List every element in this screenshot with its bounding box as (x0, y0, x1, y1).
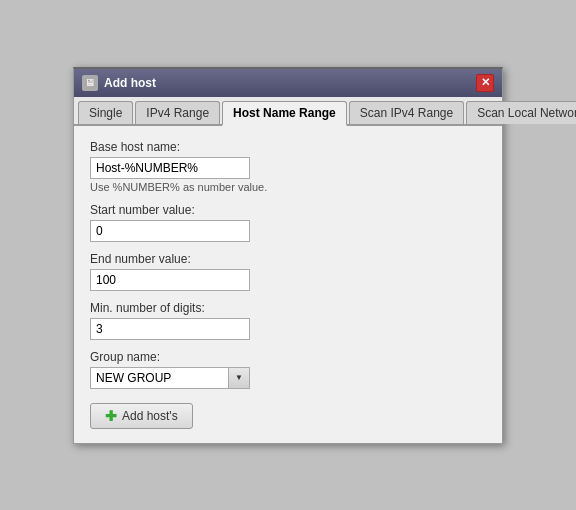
base-host-name-input[interactable] (90, 157, 250, 179)
min-digits-label: Min. number of digits: (90, 301, 486, 315)
group-name-label: Group name: (90, 350, 486, 364)
end-number-group: End number value: (90, 252, 486, 291)
add-hosts-label: Add host's (122, 409, 178, 423)
tab-single[interactable]: Single (78, 101, 133, 124)
tab-host-name-range[interactable]: Host Name Range (222, 101, 347, 126)
group-name-dropdown-wrapper: ▼ (90, 367, 250, 389)
tab-bar: Single IPv4 Range Host Name Range Scan I… (74, 97, 502, 126)
add-hosts-button[interactable]: ✚ Add host's (90, 403, 193, 429)
end-number-input[interactable] (90, 269, 250, 291)
base-host-name-label: Base host name: (90, 140, 486, 154)
base-host-name-group: Base host name: Use %NUMBER% as number v… (90, 140, 486, 193)
end-number-label: End number value: (90, 252, 486, 266)
tab-scan-local-network[interactable]: Scan Local Network (466, 101, 576, 124)
min-digits-group: Min. number of digits: (90, 301, 486, 340)
window-icon: 🖥 (82, 75, 98, 91)
base-host-name-hint: Use %NUMBER% as number value. (90, 181, 486, 193)
tab-scan-ipv4-range[interactable]: Scan IPv4 Range (349, 101, 464, 124)
window-title: Add host (104, 76, 156, 90)
titlebar: 🖥 Add host ✕ (74, 69, 502, 97)
start-number-input[interactable] (90, 220, 250, 242)
group-name-dropdown-button[interactable]: ▼ (228, 367, 250, 389)
start-number-label: Start number value: (90, 203, 486, 217)
group-name-group: Group name: ▼ (90, 350, 486, 389)
start-number-group: Start number value: (90, 203, 486, 242)
min-digits-input[interactable] (90, 318, 250, 340)
plus-icon: ✚ (105, 409, 117, 423)
add-host-window: 🖥 Add host ✕ Single IPv4 Range Host Name… (73, 67, 503, 444)
titlebar-left: 🖥 Add host (82, 75, 156, 91)
group-name-input[interactable] (90, 367, 228, 389)
tab-ipv4-range[interactable]: IPv4 Range (135, 101, 220, 124)
chevron-down-icon: ▼ (235, 373, 243, 382)
form-content: Base host name: Use %NUMBER% as number v… (74, 126, 502, 443)
close-button[interactable]: ✕ (476, 74, 494, 92)
